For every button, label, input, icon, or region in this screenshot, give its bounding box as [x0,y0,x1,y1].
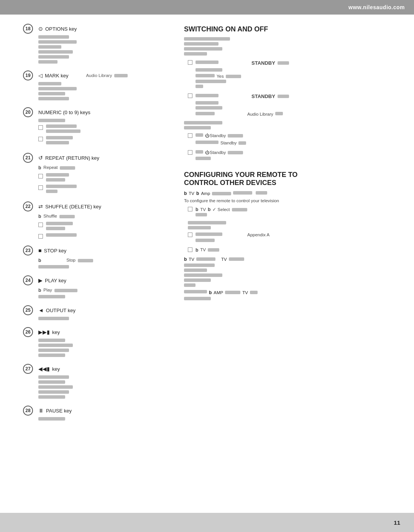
item-title-24: ▶ PLAY key [38,277,66,283]
item-24: 24 ▶ PLAY key b Play [23,275,169,298]
item-number-23: 23 [23,246,33,255]
play-icon: ▶ [38,277,43,283]
tv-section: b TV TV [184,257,402,287]
switching-bullet-1: STANDBY Yes [184,59,402,90]
switching-bullet-3: ⏻Standby Standby [184,133,402,147]
switching-bullet-2: STANDBY Audio Library [184,93,402,118]
item-body-19 [23,82,169,100]
header-bar: www.nilesaudio.com [0,0,414,15]
repeat-icon: ↺ [38,155,43,161]
main-content: 18 ⊙ OPTIONS key 19 ◁ MARK [0,15,414,443]
item-27: 27 ◀◀▮ key [23,364,169,399]
appendix-bullet-2: b TV [184,247,402,254]
item-title-21: ↺ REPEAT (RETURN) key [38,155,99,161]
item-number-19: 19 [23,70,33,80]
item-body-23: b Stop [23,257,169,268]
item-21: 21 ↺ REPEAT (RETURN) key b Repeat [23,153,169,195]
item-body-28 [23,417,169,421]
shuffle-icon: ⇄ [38,203,43,210]
item-number-24: 24 [23,275,33,285]
pause-icon: ⏸ [38,408,44,414]
item-title-28: ⏸ PAUSE key [38,408,72,414]
item-title-23: ■ STOP key [38,247,66,254]
item-number-22: 22 [23,201,33,211]
item-number-18: 18 [23,24,33,34]
tv-bullet: b TV b ✓ Select [184,206,402,218]
item-18: 18 ⊙ OPTIONS key [23,24,169,64]
item-22: 22 ⇄ SHUFFLE (DELETE) key b Shuffle [23,201,169,239]
item-body-25 [23,317,169,320]
item-body-24: b Play [23,287,169,298]
item-number-27: 27 [23,364,33,374]
item-body-20 [23,119,169,146]
item-title-20: NUMERIC (0 to 9) keys [38,110,90,115]
stop-icon: ■ [38,247,41,254]
item-25: 25 ◄ OUTPUT key [23,305,169,320]
item-body-26 [23,339,169,357]
item-28: 28 ⏸ PAUSE key [23,406,169,421]
item-number-28: 28 [23,406,33,416]
item-19: 19 ◁ MARK key Audio Library [23,70,169,100]
footer: 11 [0,513,414,532]
item-number-26: 26 [23,327,33,337]
item-number-20: 20 [23,107,33,117]
header-url: www.nilesaudio.com [348,4,405,10]
item-title-25: ◄ OUTPUT key [38,307,76,313]
item-body-27 [23,375,169,399]
section-configuring: CONFIGURING YOUR REMOTE TOCONTROL OTHER … [184,171,402,300]
output-icon: ◄ [38,307,44,313]
rew-icon: ◀◀▮ [38,366,50,372]
item-body-21: b Repeat [23,164,169,195]
ff-icon: ▶▶▮ [38,329,50,335]
item-body-22: b Shuffle [23,213,169,239]
mark-icon: ◁ [38,72,43,79]
right-column: SWITCHING ON AND OFF STANDBY [184,24,402,427]
item-title-22: ⇄ SHUFFLE (DELETE) key [38,203,101,210]
amp-section: b AMP TV [184,290,402,300]
item-number-25: 25 [23,305,33,315]
item-number-21: 21 [23,153,33,163]
page-number: 11 [394,519,400,526]
left-column: 18 ⊙ OPTIONS key 19 ◁ MARK [23,24,169,427]
item-title-19: ◁ MARK key Audio Library [38,72,128,79]
options-icon: ⊙ [38,26,43,32]
item-body-18 [23,35,169,64]
item-26: 26 ▶▶▮ key [23,327,169,357]
item-23: 23 ■ STOP key b Stop [23,246,169,268]
section-heading-switching: SWITCHING ON AND OFF [184,25,402,33]
configure-desc: To configure the remote to control your … [184,198,402,203]
appendix-bullet-1: Appendix A [184,232,402,243]
section-switching: SWITCHING ON AND OFF STANDBY [184,25,402,162]
switching-bullet-4: ⏻Standby [184,149,402,162]
section-heading-configuring: CONFIGURING YOUR REMOTE TOCONTROL OTHER … [184,171,402,187]
item-title-18: ⊙ OPTIONS key [38,26,77,32]
item-title-26: ▶▶▮ key [38,329,60,335]
item-title-27: ◀◀▮ key [38,366,60,372]
item-20: 20 NUMERIC (0 to 9) keys [23,107,169,146]
